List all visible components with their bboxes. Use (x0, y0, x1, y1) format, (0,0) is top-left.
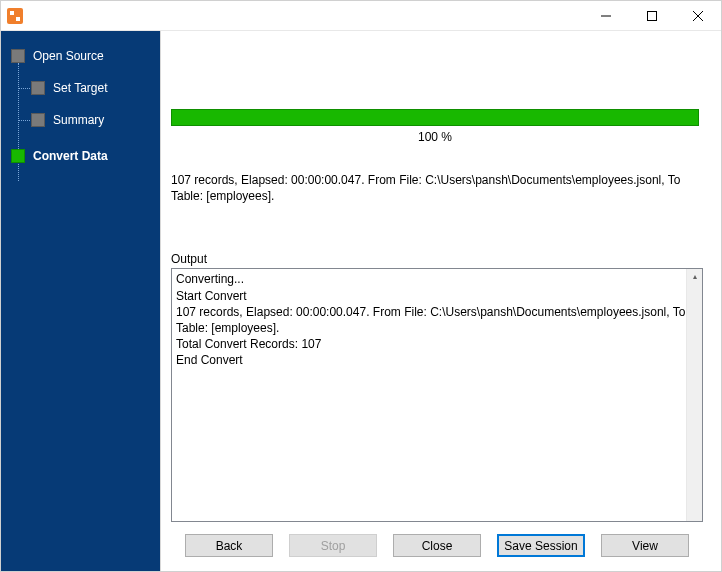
body: Open Source Set Target Summary Convert D… (1, 31, 721, 571)
minimize-button[interactable] (583, 1, 629, 30)
sidebar-item-set-target[interactable]: Set Target (1, 75, 160, 101)
app-icon (7, 8, 23, 24)
maximize-icon (647, 11, 657, 21)
main-inner: 100 % 107 records, Elapsed: 00:00:00.047… (171, 31, 703, 561)
progress-wrap: 100 % (171, 109, 703, 144)
back-button[interactable]: Back (185, 534, 273, 557)
output-label: Output (171, 252, 703, 266)
output-line: End Convert (176, 352, 698, 368)
sidebar-item-label: Summary (53, 113, 104, 127)
progress-bar (171, 109, 699, 126)
step-marker-active-icon (11, 149, 25, 163)
titlebar-left (1, 8, 29, 24)
sidebar-item-convert-data[interactable]: Convert Data (1, 143, 160, 169)
progress-label: 100 % (171, 130, 699, 144)
sidebar-item-open-source[interactable]: Open Source (1, 43, 160, 69)
maximize-button[interactable] (629, 1, 675, 30)
output-box[interactable]: Converting... Start Convert 107 records,… (171, 268, 703, 522)
output-line: Total Convert Records: 107 (176, 336, 698, 352)
output-line: Converting... (176, 271, 698, 287)
window: Open Source Set Target Summary Convert D… (0, 0, 722, 572)
stop-button: Stop (289, 534, 377, 557)
output-scrollbar[interactable]: ▴ (686, 269, 702, 521)
output-line: 107 records, Elapsed: 00:00:00.047. From… (176, 304, 698, 336)
view-button[interactable]: View (601, 534, 689, 557)
sidebar-item-label: Set Target (53, 81, 107, 95)
content-col: 100 % 107 records, Elapsed: 00:00:00.047… (171, 31, 703, 561)
sidebar-item-label: Open Source (33, 49, 104, 63)
button-row: Back Stop Close Save Session View (171, 534, 703, 561)
close-button[interactable]: Close (393, 534, 481, 557)
main: 100 % 107 records, Elapsed: 00:00:00.047… (160, 31, 721, 571)
close-icon (693, 11, 703, 21)
step-marker-icon (11, 49, 25, 63)
step-marker-icon (31, 113, 45, 127)
save-session-button[interactable]: Save Session (497, 534, 585, 557)
step-marker-icon (31, 81, 45, 95)
sidebar-item-summary[interactable]: Summary (1, 107, 160, 133)
titlebar[interactable] (1, 1, 721, 31)
window-controls (583, 1, 721, 30)
window-close-button[interactable] (675, 1, 721, 30)
svg-rect-0 (648, 11, 657, 20)
sidebar-item-label: Convert Data (33, 149, 108, 163)
output-line: Start Convert (176, 288, 698, 304)
status-text: 107 records, Elapsed: 00:00:00.047. From… (171, 172, 703, 204)
sidebar: Open Source Set Target Summary Convert D… (1, 31, 160, 571)
scroll-up-icon[interactable]: ▴ (687, 269, 702, 285)
wizard-tree: Open Source Set Target Summary Convert D… (1, 43, 160, 169)
minimize-icon (601, 11, 611, 21)
